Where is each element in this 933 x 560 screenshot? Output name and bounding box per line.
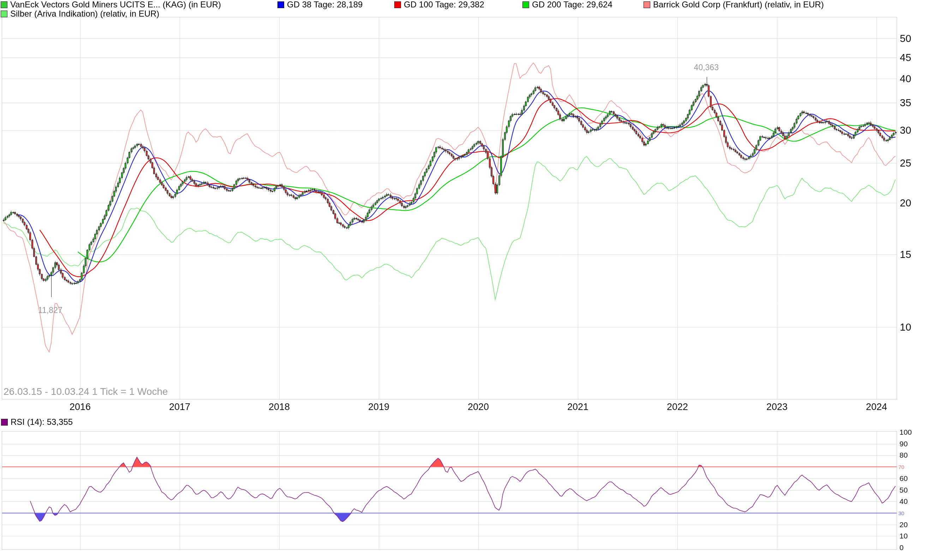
rsi-axis-label: 100 bbox=[899, 428, 912, 437]
legend-item: Silber (Ariva Indikation) (relativ, in E… bbox=[1, 10, 159, 18]
price-axis-label: 30 bbox=[900, 125, 911, 136]
footer-spacer bbox=[89, 386, 92, 397]
rsi-axis-label: 0 bbox=[899, 543, 904, 552]
legend-item-label: GD 200 Tage: 29,624 bbox=[532, 1, 613, 8]
rsi-legend-swatch-icon bbox=[1, 419, 8, 426]
legend-swatch-icon bbox=[394, 2, 401, 8]
rsi-axis-label: 20 bbox=[899, 520, 908, 529]
legend-item-label: Barrick Gold Corp (Frankfurt) (relativ, … bbox=[653, 1, 824, 8]
legend-swatch-icon bbox=[1, 11, 8, 17]
rsi-legend: RSI (14): 53,355 bbox=[1, 418, 73, 426]
legend-swatch-icon bbox=[644, 2, 650, 8]
price-axis-label: 35 bbox=[900, 97, 911, 108]
legend-item: GD 200 Tage: 29,624 bbox=[522, 1, 613, 8]
chart-canvas bbox=[0, 0, 933, 560]
rsi-axis-label: 60 bbox=[899, 474, 908, 483]
rsi-axis-label: 90 bbox=[899, 440, 908, 448]
price-axis-label: 45 bbox=[900, 52, 911, 63]
legend-item: Barrick Gold Corp (Frankfurt) (relativ, … bbox=[644, 1, 824, 8]
price-axis-label: 15 bbox=[900, 249, 911, 260]
year-axis-label: 2024 bbox=[866, 402, 887, 412]
rsi-legend-label: RSI (14): 53,355 bbox=[11, 418, 73, 426]
price-axis-label: 50 bbox=[900, 33, 911, 45]
legend-swatch-icon bbox=[277, 2, 284, 8]
legend-item-label: Silber (Ariva Indikation) (relativ, in E… bbox=[10, 10, 159, 18]
rsi-axis-label: 10 bbox=[899, 532, 908, 540]
chart-footer: 26.03.15 - 10.03.24 1 Tick = 1 Woche bbox=[3, 386, 168, 397]
year-axis-label: 2020 bbox=[468, 402, 489, 412]
legend-swatch-icon bbox=[1, 2, 8, 8]
price-axis-label: 10 bbox=[900, 322, 911, 333]
legend-item: GD 100 Tage: 29,382 bbox=[394, 1, 484, 8]
low-price-annotation: 11,827 bbox=[38, 306, 63, 315]
legend-swatch-icon bbox=[522, 2, 529, 8]
date-range-label: 26.03.15 - 10.03.24 bbox=[3, 386, 89, 397]
stock-chart-page: VanEck Vectors Gold Miners UCITS E... (K… bbox=[0, 0, 933, 560]
year-axis-label: 2022 bbox=[667, 402, 688, 412]
price-axis-label: 20 bbox=[900, 197, 911, 209]
legend-item-label: GD 100 Tage: 29,382 bbox=[404, 1, 484, 8]
price-axis-label: 25 bbox=[900, 157, 911, 169]
rsi-axis-label: 30 bbox=[898, 510, 904, 516]
year-axis-label: 2018 bbox=[269, 402, 290, 412]
legend-item: GD 38 Tage: 28,189 bbox=[277, 1, 363, 8]
rsi-axis-label: 50 bbox=[899, 486, 908, 494]
tick-interval-label: 1 Tick = 1 Woche bbox=[92, 386, 168, 397]
year-axis-label: 2016 bbox=[69, 402, 91, 412]
legend-item: VanEck Vectors Gold Miners UCITS E... (K… bbox=[1, 1, 221, 8]
price-axis-label: 40 bbox=[900, 73, 911, 84]
high-price-annotation: 40,363 bbox=[694, 63, 719, 72]
rsi-axis-label: 70 bbox=[898, 464, 904, 470]
rsi-axis-label: 40 bbox=[899, 497, 908, 506]
year-axis-label: 2019 bbox=[368, 402, 390, 412]
legend-item-label: GD 38 Tage: 28,189 bbox=[287, 1, 363, 8]
rsi-axis-label: 80 bbox=[899, 451, 908, 459]
legend-item-label: VanEck Vectors Gold Miners UCITS E... (K… bbox=[10, 1, 221, 8]
year-axis-label: 2021 bbox=[567, 402, 588, 412]
year-axis-label: 2017 bbox=[169, 402, 190, 412]
year-axis-label: 2023 bbox=[767, 402, 788, 412]
